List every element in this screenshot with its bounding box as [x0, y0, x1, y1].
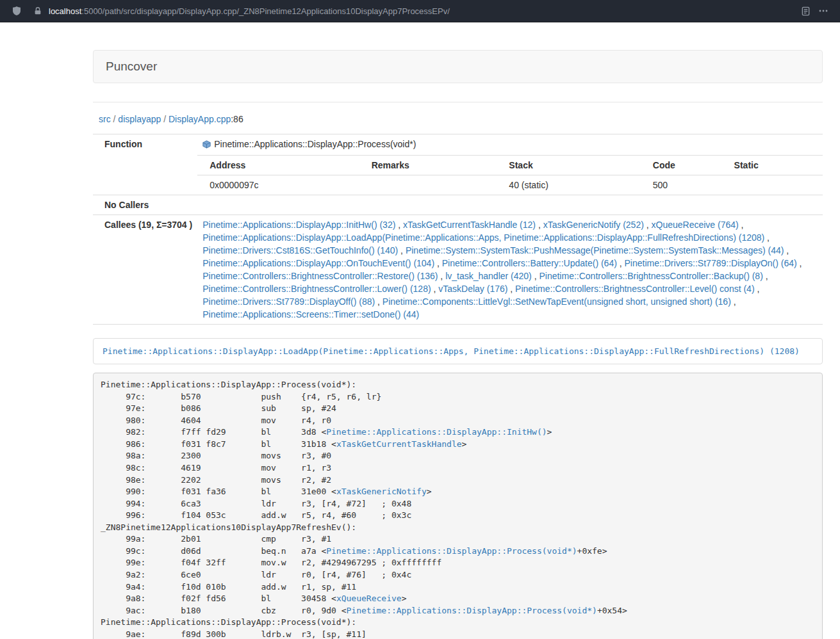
callee-link[interactable]: Pinetime::Drivers::Cst816S::GetTouchInfo… [202, 245, 398, 255]
disasm-symbol-link[interactable]: xTaskGetCurrentTaskHandle [336, 439, 462, 449]
function-signature-cell: Pinetime::Applications::DisplayApp::Proc… [197, 134, 823, 156]
callee-link[interactable]: Pinetime::Components::LittleVgl::SetNewT… [383, 296, 731, 307]
toolbar-menu-icon[interactable] [814, 3, 832, 19]
callee-link[interactable]: Pinetime::System::SystemTask::PushMessag… [406, 245, 784, 255]
breadcrumb: src / displayapp / DisplayApp.cpp:86 [99, 113, 823, 125]
col-header-code: Code [648, 156, 729, 175]
puncover-brand[interactable]: Puncover [106, 60, 157, 73]
callee-separator: , [763, 271, 768, 281]
table-row: Address Remarks Stack Code Static [197, 156, 823, 175]
disasm-symbol-link[interactable]: Pinetime::Applications::DisplayApp::Proc… [347, 606, 597, 615]
col-header-address: Address [197, 156, 366, 175]
callee-link[interactable]: Pinetime::Applications::DisplayApp::Load… [202, 232, 764, 243]
callee-separator: , [784, 245, 789, 255]
function-table: Function Pinetime::Applications::Display… [93, 134, 823, 325]
callers-cell [197, 195, 823, 215]
callee-separator: , [438, 271, 445, 281]
related-symbol-box: Pinetime::Applications::DisplayApp::Load… [93, 338, 823, 364]
related-symbol-link[interactable]: Pinetime::Applications::DisplayApp::Load… [103, 346, 800, 356]
callee-separator: , [536, 220, 543, 230]
reader-view-icon[interactable] [796, 3, 814, 19]
callee-separator: , [617, 258, 625, 268]
function-icon [202, 139, 211, 152]
callee-link[interactable]: Pinetime::Controllers::Battery::Update()… [442, 258, 617, 268]
callee-separator: , [797, 258, 802, 268]
breadcrumb-link-displayapp[interactable]: displayapp [118, 114, 161, 124]
function-name: Pinetime::Applications::DisplayApp::Proc… [214, 139, 416, 149]
callee-separator: , [398, 245, 406, 255]
callee-link[interactable]: Pinetime::Controllers::BrightnessControl… [515, 284, 754, 294]
callee-link[interactable]: xTaskGetCurrentTaskHandle (12) [403, 220, 536, 230]
metrics-cell: Address Remarks Stack Code Static 0x0000… [197, 156, 823, 195]
breadcrumb-link-src[interactable]: src [99, 114, 111, 124]
breadcrumb-line-number: :86 [231, 114, 243, 124]
no-callers-label: No Callers [93, 195, 197, 215]
table-row: 0x0000097c 40 (static) 500 [197, 175, 823, 195]
callee-link[interactable]: Pinetime::Controllers::BrightnessControl… [539, 271, 762, 281]
breadcrumb-separator: / [111, 114, 119, 124]
table-row: No Callers [93, 195, 823, 215]
table-row: Function Pinetime::Applications::Display… [93, 134, 823, 156]
app-header: Puncover [93, 50, 823, 83]
callees-cell: Pinetime::Applications::DisplayApp::Init… [197, 215, 823, 325]
callee-link[interactable]: Pinetime::Applications::DisplayApp::OnTo… [202, 258, 434, 268]
breadcrumb-separator: / [161, 114, 169, 124]
callee-link[interactable]: Pinetime::Controllers::BrightnessControl… [202, 284, 431, 294]
divider [93, 102, 823, 102]
code-value: 500 [648, 175, 729, 195]
callee-link[interactable]: Pinetime::Applications::DisplayApp::Init… [202, 220, 395, 230]
callee-separator: , [434, 258, 442, 268]
callee-link[interactable]: Pinetime::Controllers::BrightnessControl… [202, 271, 438, 281]
callee-separator: , [755, 284, 760, 294]
callee-link[interactable]: Pinetime::Applications::Screens::Timer::… [202, 309, 419, 320]
url-bar[interactable]: localhost:5000/path/src/displayapp/Displ… [29, 2, 793, 20]
remarks-value [366, 175, 504, 195]
function-label: Function [93, 134, 197, 195]
disasm-symbol-link[interactable]: Pinetime::Applications::DisplayApp::Init… [326, 427, 547, 437]
metrics-table: Address Remarks Stack Code Static 0x0000… [197, 156, 823, 195]
callee-separator: , [731, 296, 736, 307]
browser-toolbar: localhost:5000/path/src/displayapp/Displ… [0, 0, 840, 22]
static-value [729, 175, 823, 195]
col-header-stack: Stack [504, 156, 647, 175]
callee-link[interactable]: lv_task_handler (420) [445, 271, 532, 281]
callee-link[interactable]: Pinetime::Drivers::St7789::DisplayOn() (… [625, 258, 797, 268]
callee-link[interactable]: xTaskGenericNotify (252) [543, 220, 644, 230]
table-row: Callees (19, Σ=3704 ) Pinetime::Applicat… [93, 215, 823, 325]
callee-separator: , [739, 220, 744, 230]
url-host: localhost [49, 6, 81, 16]
callee-separator: , [532, 271, 539, 281]
address-value: 0x0000097c [197, 175, 366, 195]
tracking-shield-icon[interactable] [8, 3, 26, 19]
table-row: Address Remarks Stack Code Static 0x0000… [93, 156, 823, 195]
disassembly-block: Pinetime::Applications::DisplayApp::Proc… [93, 373, 823, 639]
disasm-symbol-link[interactable]: Pinetime::Applications::DisplayApp::Proc… [326, 546, 577, 556]
callee-link[interactable]: vTaskDelay (176) [438, 284, 507, 294]
callee-link[interactable]: xQueueReceive (764) [652, 220, 739, 230]
stack-value: 40 (static) [504, 175, 647, 195]
callee-separator: , [431, 284, 439, 294]
col-header-static: Static [729, 156, 823, 175]
page-content: Puncover src / displayapp / DisplayApp.c… [93, 50, 823, 639]
col-header-remarks: Remarks [366, 156, 504, 175]
breadcrumb-link-file[interactable]: DisplayApp.cpp [169, 114, 231, 124]
disasm-symbol-link[interactable]: xQueueReceive [336, 594, 402, 603]
site-lock-icon[interactable] [33, 6, 42, 15]
url-path: :5000/path/src/displayapp/DisplayApp.cpp… [81, 6, 450, 16]
callee-separator: , [644, 220, 652, 230]
callee-separator: , [507, 284, 515, 294]
callee-separator: , [375, 296, 383, 307]
callee-separator: , [764, 232, 770, 243]
callee-link[interactable]: Pinetime::Drivers::St7789::DisplayOff() … [202, 296, 375, 307]
callees-label: Callees (19, Σ=3704 ) [93, 215, 197, 325]
callee-separator: , [395, 220, 403, 230]
disasm-symbol-link[interactable]: xTaskGenericNotify [336, 487, 427, 496]
shield-icon [12, 6, 22, 16]
